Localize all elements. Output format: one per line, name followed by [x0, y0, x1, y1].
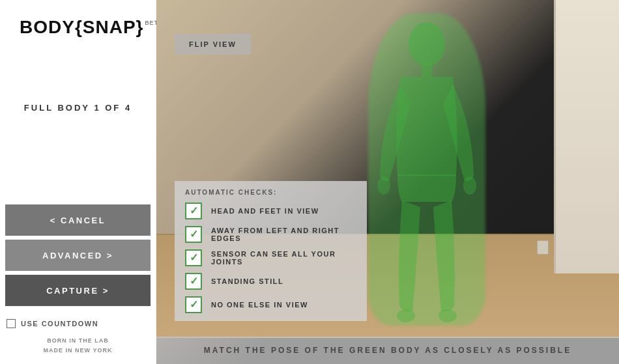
- check-text-3: SENSOR CAN SEE ALL YOUR JOINTS: [211, 250, 356, 266]
- sidebar: BODY{SNAP} BETA FULL BODY 1 OF 4 < CANCE…: [0, 0, 156, 364]
- check-text-5: NO ONE ELSE IN VIEW: [211, 301, 308, 309]
- wall-outlet: [537, 240, 549, 255]
- check-item-4: ✓ STANDING STILL: [185, 273, 356, 290]
- check-item-2: ✓ AWAY FROM LEFT AND RIGHT EDGES: [185, 226, 356, 243]
- checkmark-3: ✓: [190, 253, 198, 263]
- countdown-checkbox[interactable]: [7, 319, 16, 328]
- checkbox-4: ✓: [185, 273, 202, 290]
- checklist-panel: AUTOMATIC CHECKS: ✓ HEAD AND FEET IN VIE…: [175, 181, 367, 321]
- svg-rect-1: [422, 64, 432, 77]
- check-item-5: ✓ NO ONE ELSE IN VIEW: [185, 296, 356, 313]
- instruction-bar: MATCH THE POSE OF THE GREEN BODY AS CLOS…: [156, 337, 619, 364]
- check-text-1: HEAD AND FEET IN VIEW: [211, 207, 319, 215]
- checkmark-5: ✓: [190, 300, 198, 310]
- camera-area: FLIP VIEW AUTOMATIC CHECKS: ✓ HEAD AND F…: [156, 0, 619, 364]
- svg-point-5: [439, 309, 457, 322]
- checkbox-1: ✓: [185, 203, 202, 219]
- checkbox-3: ✓: [185, 249, 202, 266]
- buttons-area: < CANCEL ADVANCED > CAPTURE >: [0, 204, 156, 306]
- footer-line1: BORN IN THE LAB: [47, 337, 109, 344]
- camera-window: [554, 0, 619, 273]
- instruction-text: MATCH THE POSE OF THE GREEN BODY AS CLOS…: [204, 346, 571, 355]
- checkmark-2: ✓: [190, 229, 198, 240]
- countdown-label: USE COUNTDOWN: [21, 320, 98, 328]
- svg-point-0: [409, 22, 445, 66]
- footer-text: BORN IN THE LAB MADE IN NEW YORK: [44, 331, 113, 364]
- cancel-button[interactable]: < CANCEL: [5, 204, 151, 236]
- checkbox-2: ✓: [185, 226, 202, 243]
- check-item-3: ✓ SENSOR CAN SEE ALL YOUR JOINTS: [185, 249, 356, 266]
- check-item-1: ✓ HEAD AND FEET IN VIEW: [185, 203, 356, 219]
- capture-button[interactable]: CAPTURE >: [5, 275, 151, 306]
- checkbox-5: ✓: [185, 296, 202, 313]
- checklist-title: AUTOMATIC CHECKS:: [185, 189, 356, 196]
- person-silhouette: [375, 20, 479, 339]
- svg-point-3: [463, 176, 476, 195]
- svg-point-4: [397, 309, 415, 322]
- step-label: FULL BODY 1 OF 4: [11, 10, 145, 204]
- check-text-2: AWAY FROM LEFT AND RIGHT EDGES: [211, 227, 356, 242]
- footer-line2: MADE IN NEW YORK: [44, 347, 113, 354]
- green-body-overlay: [368, 13, 485, 326]
- flip-view-button[interactable]: FLIP VIEW: [175, 34, 251, 55]
- countdown-area: USE COUNTDOWN: [0, 313, 156, 331]
- checkmark-4: ✓: [190, 276, 198, 287]
- check-text-4: STANDING STILL: [211, 277, 283, 285]
- advanced-button[interactable]: ADVANCED >: [5, 240, 151, 271]
- checkmark-1: ✓: [190, 206, 198, 216]
- svg-point-2: [377, 176, 390, 195]
